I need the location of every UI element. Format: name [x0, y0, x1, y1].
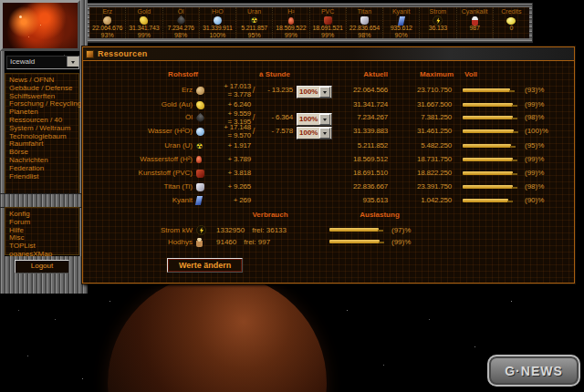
sidebar-menu-label: Börse [9, 148, 28, 156]
planet-select-dropdown-button[interactable] [67, 57, 78, 67]
fill-progress-bar [463, 116, 513, 119]
topbar-resource-cell: H² 18.569.522 99% [273, 7, 309, 38]
fill-progress-bar [463, 129, 514, 133]
consumption-per-hour: - 6.364 [256, 113, 297, 121]
row-resource-name: Kunststoff (PVC) [83, 169, 196, 177]
topbar-resource-cell: Erz 22.064.676 93% [89, 7, 126, 38]
resource-icon [196, 156, 202, 163]
resource-icon [196, 183, 204, 191]
resource-icon [506, 17, 516, 25]
topbar-cells: Erz 22.064.676 93% Gold 31.341.743 99% Ö… [89, 7, 529, 38]
frei-label: frei: [244, 238, 256, 246]
table-row: Wasser (H²O) + 17.148 = 9.570 / - 7.578 … [83, 122, 574, 136]
factor-select[interactable]: 100% [297, 86, 332, 98]
fill-progress-bar [463, 144, 511, 148]
sidebar-menu-label: Misc [9, 233, 24, 242]
fill-progress-bar [463, 103, 513, 107]
row-resource-name: Titan (Ti) [83, 182, 196, 191]
fill-progress-bar [463, 158, 513, 161]
resource-table: Erz + 17.013 = 3.778 / - 13.235 100% [83, 81, 574, 204]
auslastung-progress-bar [329, 240, 380, 243]
sidebar-menu-label: Forum [9, 218, 30, 226]
resource-percent: 98% [347, 32, 382, 38]
resource-value: 22.064.676 [89, 25, 125, 32]
resource-icon [472, 16, 478, 26]
maximum-value: 5.482.250 [399, 141, 463, 150]
table-row: Wasserstoff (H²) + 3.789 / [83, 150, 574, 163]
resource-label: Kyanit [383, 8, 419, 15]
logout-button[interactable]: Logout [15, 260, 69, 273]
voll-percent: (100)% [519, 127, 554, 135]
aktuell-value: 18.691.510 [339, 169, 399, 177]
factor-select[interactable]: 100% [297, 127, 332, 139]
planet-select[interactable]: Icewald [6, 56, 79, 69]
topbar-resource-cell: Credits 0 [494, 7, 529, 38]
resource-value: 22.836.654 [347, 25, 382, 32]
resource-value: 7.234.276 [163, 25, 199, 32]
resource-value: 31.339.911 [200, 25, 235, 32]
gnews-logo[interactable]: G·NEWS [487, 355, 580, 387]
production-per-hour: + 9.265 [211, 182, 251, 191]
sidebar-menu-label: Ressourcen / 40 [9, 116, 62, 124]
row-resource-name: Gold (Au) [83, 100, 196, 108]
resource-value: 5.211.857 [236, 25, 272, 32]
maximum-value: 18.731.750 [399, 155, 463, 163]
chevron-down-icon [71, 61, 75, 66]
used-value: 91460 [216, 238, 236, 246]
resource-icon [360, 16, 369, 25]
sidebar-menu-secondary: · Konfig· Forum· Hilfe· Misc· TOPList· o… [5, 207, 79, 255]
table-row: Kunststoff (PVC) + 3.818 / [83, 163, 574, 177]
resource-icon [196, 170, 204, 178]
resource-icon [195, 196, 203, 205]
topbar-resource-cell: Strom 36.133 [420, 7, 456, 38]
row-resource-name: Öl [83, 113, 196, 121]
sidebar-menu-label: Gebäude / Defense [9, 84, 72, 92]
aktuell-value: 5.211.852 [339, 141, 399, 150]
resource-percent: 99% [310, 32, 346, 38]
verbrauch-icon [196, 238, 203, 247]
resource-label: H²O [200, 8, 235, 15]
sidebar-menu-item[interactable]: · Friendlist [9, 173, 78, 181]
voll-percent: (99)% [519, 155, 554, 163]
sidebar-menu-label: News / OFNN [9, 76, 54, 84]
header-aktuell: Aktuell [339, 70, 399, 78]
topbar-resource-cell: Cyankalit 987 [457, 7, 494, 38]
auslastung-percent: (97)% [386, 226, 421, 234]
factor-select-value: 100% [299, 88, 318, 97]
werte-aendern-button[interactable]: Werte ändern [167, 258, 243, 273]
resource-label: Cyankalit [457, 8, 493, 15]
sidebar-menu-label: Konfig [9, 210, 30, 218]
sidebar-menu-label: Nachrichten [9, 156, 48, 164]
frei-label: frei: [252, 226, 264, 234]
production-per-hour: + 3.818 [211, 169, 251, 177]
aktuell-value: 18.569.512 [339, 155, 399, 163]
resource-icon [214, 16, 222, 25]
verbrauch-row: Strom kW 1332950frei: 36133 (97)% [83, 222, 574, 233]
factor-select-value: 100% [299, 129, 318, 138]
resource-icon [103, 16, 111, 25]
topbar-resource-cell: Titan 22.836.654 98% [347, 7, 383, 38]
resource-percent: 99% [126, 32, 162, 38]
chevron-down-icon [323, 91, 327, 96]
fill-progress-bar [463, 199, 508, 202]
factor-select-dropdown-button[interactable] [319, 128, 330, 139]
factor-select-dropdown-button[interactable] [319, 87, 330, 98]
aktuell-value: 7.234.267 [339, 113, 399, 121]
resource-percent: 99% [273, 32, 308, 38]
resource-percent: 93% [89, 32, 125, 38]
resources-panel: Ressourcen Rohstoff à Stunde Aktuell Max… [82, 46, 575, 284]
resource-icon [195, 113, 205, 123]
resource-percent: 95% [236, 32, 272, 38]
production-per-hour: + 17.148 [211, 123, 251, 131]
maximum-value: 23.391.750 [399, 182, 463, 191]
resource-label: Gold [126, 8, 162, 15]
fill-progress-bar [463, 171, 513, 175]
panel-title-icon [86, 50, 94, 58]
sidebar-menu-label: Forschung / Recycling [9, 99, 81, 108]
production-per-hour: + 17.013 [211, 82, 251, 90]
used-value: 1332950 [216, 226, 245, 234]
aktuell-value: 31.339.883 [339, 127, 399, 135]
game-logo[interactable] [0, 0, 80, 51]
maximum-value: 31.667.500 [399, 100, 463, 108]
topbar-resource-cell: Öl 7.234.276 98% [163, 7, 200, 38]
